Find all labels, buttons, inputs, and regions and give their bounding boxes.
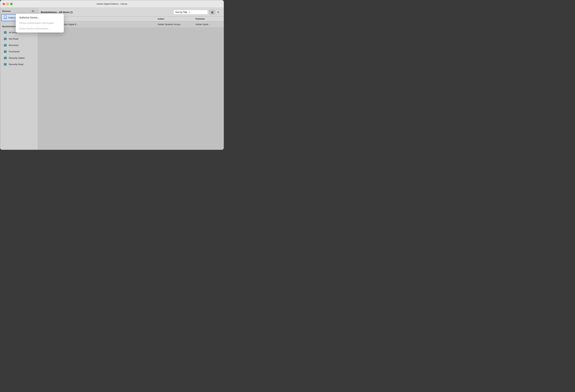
bookshelf-icon-not-read xyxy=(4,37,7,41)
toolbar-right: Sort by Title ▾ ▦ ☰ xyxy=(173,10,221,15)
sort-chevron-icon: ▾ xyxy=(189,11,190,13)
svg-point-2 xyxy=(5,18,5,19)
svg-rect-20 xyxy=(5,50,6,53)
view-grid-icon: ▦ xyxy=(211,11,213,14)
svg-rect-5 xyxy=(5,31,6,34)
sidebar-item-purchased[interactable]: Purchased xyxy=(1,49,37,55)
sidebar: Devices ⚙ ▾ Kobo e... xyxy=(0,8,38,150)
context-menu-erase-auth: Erase Device Authorization... xyxy=(16,26,64,31)
view-list-button[interactable]: ☰ xyxy=(216,10,221,15)
bookshelves-label: Bookshelves xyxy=(2,25,16,28)
sidebar-item-recently-read[interactable]: Recently Read xyxy=(1,61,37,67)
bookshelf-icon-all xyxy=(4,31,7,34)
table-header: Title ▲ Author Publisher xyxy=(38,17,224,21)
svg-rect-4 xyxy=(5,31,5,34)
sidebar-item-not-read[interactable]: Not Read xyxy=(1,36,37,42)
sidebar-item-recently-added[interactable]: Recently Added xyxy=(1,55,37,61)
svg-rect-13 xyxy=(4,44,4,46)
toolbar-title: Bookshelves - All Items (1 xyxy=(41,11,73,14)
svg-rect-10 xyxy=(5,37,6,40)
svg-rect-23 xyxy=(4,57,4,59)
device-icon xyxy=(4,16,7,20)
devices-header: Devices ⚙ ▾ xyxy=(0,8,38,14)
sort-dropdown[interactable]: Sort by Title ▾ xyxy=(173,10,208,14)
svg-rect-15 xyxy=(5,44,6,46)
svg-rect-9 xyxy=(5,38,5,40)
svg-rect-25 xyxy=(5,56,6,59)
traffic-lights xyxy=(2,3,13,5)
svg-rect-21 xyxy=(6,50,6,53)
close-button[interactable] xyxy=(2,3,5,5)
svg-rect-31 xyxy=(6,63,6,65)
column-publisher[interactable]: Publisher xyxy=(193,18,224,20)
context-menu: Authorize Device... Device Authorization… xyxy=(16,14,64,33)
sort-label: Sort by Title xyxy=(175,11,187,13)
gear-button[interactable]: ⚙ ▾ xyxy=(31,9,36,13)
context-menu-auth-info: Device Authorization Information xyxy=(16,20,64,26)
sidebar-item-recently-read-label: Recently Read xyxy=(9,63,24,66)
table-row[interactable]: Getting Started with Adobe Digital E... … xyxy=(38,21,224,27)
sidebar-item-borrowed-label: Borrowed xyxy=(9,44,18,47)
main-window: Adobe Digital Editions - Library Devices… xyxy=(0,0,224,150)
cell-author: Adobe Systems Incorp... xyxy=(155,22,193,27)
svg-rect-29 xyxy=(5,63,5,65)
sidebar-item-not-read-label: Not Read xyxy=(9,38,18,40)
svg-rect-14 xyxy=(5,44,5,46)
column-author-label: Author xyxy=(158,18,164,20)
gear-icon: ⚙ xyxy=(31,9,34,13)
bookshelf-icon-recently-read xyxy=(4,63,7,66)
maximize-button[interactable] xyxy=(10,3,13,5)
titlebar: Adobe Digital Editions - Library xyxy=(0,0,224,8)
svg-rect-8 xyxy=(4,38,4,40)
main-panel: Bookshelves - All Items (1 Sort by Title… xyxy=(38,8,224,150)
sidebar-item-purchased-label: Purchased xyxy=(9,50,20,53)
column-publisher-label: Publisher xyxy=(195,18,205,20)
devices-label: Devices xyxy=(2,10,11,12)
bookshelf-icon-borrowed xyxy=(4,43,7,47)
main-content: Devices ⚙ ▾ Kobo e... xyxy=(0,8,224,150)
svg-rect-24 xyxy=(5,57,5,59)
svg-rect-6 xyxy=(6,31,6,34)
svg-rect-19 xyxy=(5,51,5,53)
window-title: Adobe Digital Editions - Library xyxy=(96,2,127,5)
toolbar-title-text: Bookshelves - All Items (1 xyxy=(41,11,73,14)
bookshelf-icon-purchased xyxy=(4,50,7,53)
sidebar-item-recently-added-label: Recently Added xyxy=(9,57,24,59)
view-toggle: ▦ ☰ xyxy=(210,10,221,15)
svg-rect-26 xyxy=(6,57,6,59)
svg-rect-3 xyxy=(4,31,4,34)
cell-publisher: Adobe Syste... xyxy=(193,22,224,27)
view-grid-button[interactable]: ▦ xyxy=(210,10,215,15)
minimize-button[interactable] xyxy=(6,3,9,5)
svg-rect-11 xyxy=(6,38,6,40)
svg-rect-18 xyxy=(4,50,4,53)
context-menu-authorize[interactable]: Authorize Device... xyxy=(16,15,64,20)
gear-chevron-icon: ▾ xyxy=(34,10,35,12)
devices-section: Devices ⚙ ▾ Kobo e... xyxy=(0,8,38,21)
toolbar: Bookshelves - All Items (1 Sort by Title… xyxy=(38,8,224,17)
svg-rect-16 xyxy=(6,44,6,46)
svg-rect-28 xyxy=(4,63,4,65)
sidebar-item-borrowed[interactable]: Borrowed xyxy=(1,42,37,48)
column-author[interactable]: Author xyxy=(155,18,193,20)
view-list-icon: ☰ xyxy=(217,11,219,14)
table-body: Getting Started with Adobe Digital E... … xyxy=(38,21,224,150)
bookshelf-icon-recently-added xyxy=(4,56,7,60)
svg-rect-30 xyxy=(5,63,6,65)
